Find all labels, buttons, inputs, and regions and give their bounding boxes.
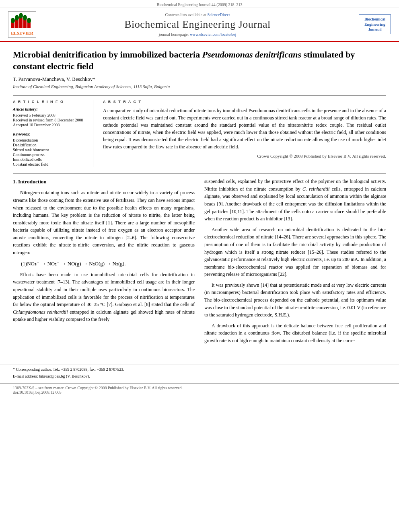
history-accepted: Accepted 10 December 2008 bbox=[13, 123, 86, 127]
body-p4: Another wide area of research on microbi… bbox=[204, 226, 386, 278]
footnote-email: E-mail address: bikreac@bas.bg (V. Besch… bbox=[13, 374, 386, 379]
reaction-equation: (1)NO₃⁻ → NO₂⁻ → NO(g) → N₂O(g) → N₂(g). bbox=[21, 260, 195, 268]
history-revised: Received in revised form 8 December 2008 bbox=[13, 118, 86, 122]
svg-point-8 bbox=[23, 15, 27, 21]
authors: T. Parvanova-Mancheva, V. Beschkov* bbox=[13, 76, 386, 82]
body-col-right: suspended cells, explained by the protec… bbox=[204, 178, 386, 347]
article-info-col: A R T I C L E I N F O Article history: R… bbox=[13, 100, 93, 167]
body-divider bbox=[13, 173, 386, 174]
article-title: Microbial denitrification by immobilized… bbox=[13, 49, 386, 72]
body-p2: Efforts have been made to use immobilize… bbox=[13, 271, 195, 323]
affiliation: Institute of Chemical Engineering, Bulga… bbox=[13, 84, 386, 89]
journal-center: Contents lists available at ScienceDirec… bbox=[36, 12, 359, 37]
issn-line: 1369-703X/$ – see front matter. Crown Co… bbox=[13, 386, 386, 390]
keyword-3: Stirred tank bioreactor bbox=[13, 148, 86, 152]
journal-logo-right: Biochemical Engineering Journal bbox=[359, 14, 391, 34]
body-p5: It was previously shown [14] that at pot… bbox=[204, 281, 386, 319]
elsevier-logo: ELSEVIER bbox=[8, 11, 36, 38]
journal-homepage: journal homepage: www.elsevier.com/locat… bbox=[36, 32, 359, 37]
footnote-star-note: * Corresponding author. Tel.: +359 2 870… bbox=[13, 367, 386, 372]
info-abstract-section: A R T I C L E I N F O Article history: R… bbox=[13, 95, 386, 167]
abstract-label: A B S T R A C T bbox=[103, 100, 386, 104]
contents-line: Contents lists available at ScienceDirec… bbox=[36, 12, 359, 17]
page: Biochemical Engineering Journal 44 (2009… bbox=[0, 0, 399, 532]
body-p6: A drawback of this approach is the delic… bbox=[204, 322, 386, 345]
bej-logo-line2: Engineering bbox=[362, 22, 388, 27]
footnote-area: * Corresponding author. Tel.: +359 2 870… bbox=[0, 364, 399, 379]
title-part1: Microbial denitrification by immobilized… bbox=[13, 49, 202, 60]
section1-heading: 1. Introduction bbox=[13, 178, 195, 186]
body-p3: suspended cells, explained by the protec… bbox=[204, 178, 386, 223]
keyword-2: Denitrification bbox=[13, 143, 86, 147]
sciencedirect-link[interactable]: ScienceDirect bbox=[207, 12, 230, 17]
keyword-5: Immobilized cells bbox=[13, 157, 86, 162]
copyright-line: Crown Copyright © 2008 Published by Else… bbox=[103, 154, 386, 158]
journal-ref: Biochemical Engineering Journal 44 (2009… bbox=[156, 2, 242, 7]
journal-ref-bar: Biochemical Engineering Journal 44 (2009… bbox=[0, 0, 399, 8]
title-italic: Pseudomonas denitrificans bbox=[202, 49, 301, 60]
svg-point-6 bbox=[15, 15, 19, 21]
elsevier-logo-box: ELSEVIER bbox=[8, 11, 36, 38]
keyword-4: Continuous process bbox=[13, 152, 86, 157]
keyword-6: Constant electric field bbox=[13, 162, 86, 166]
elsevier-tree-icon bbox=[10, 13, 34, 29]
article-main: Microbial denitrification by immobilized… bbox=[0, 42, 399, 356]
bej-logo-box: Biochemical Engineering Journal bbox=[359, 14, 391, 34]
body-p1: Nitrogen-containing ions such as nitrate… bbox=[13, 189, 195, 256]
doi-line: doi:10.1016/j.bej.2008.12.005 bbox=[13, 390, 386, 394]
keyword-1: Bioremediation bbox=[13, 138, 86, 142]
keywords-label: Keywords: bbox=[13, 132, 86, 136]
homepage-link[interactable]: www.elsevier.com/locate/bej bbox=[190, 32, 236, 37]
bej-logo-line3: Journal bbox=[362, 27, 388, 32]
abstract-text: A comparative study of microbial reducti… bbox=[103, 107, 386, 150]
svg-point-9 bbox=[27, 18, 31, 23]
history-received: Received 5 February 2008 bbox=[13, 113, 86, 117]
body-col-left: 1. Introduction Nitrogen-containing ions… bbox=[13, 178, 195, 347]
elsevier-wordmark: ELSEVIER bbox=[10, 31, 34, 36]
bottom-bar: 1369-703X/$ – see front matter. Crown Co… bbox=[0, 383, 399, 396]
journal-title: Biochemical Engineering Journal bbox=[36, 18, 359, 31]
svg-point-5 bbox=[11, 18, 15, 23]
history-label: Article history: bbox=[13, 107, 86, 111]
journal-header: ELSEVIER Contents lists available at Sci… bbox=[0, 8, 399, 42]
abstract-col: A B S T R A C T A comparative study of m… bbox=[103, 100, 386, 167]
article-info-label: A R T I C L E I N F O bbox=[13, 100, 86, 104]
body-section: 1. Introduction Nitrogen-containing ions… bbox=[13, 178, 386, 347]
bej-logo-line1: Biochemical bbox=[362, 16, 388, 22]
